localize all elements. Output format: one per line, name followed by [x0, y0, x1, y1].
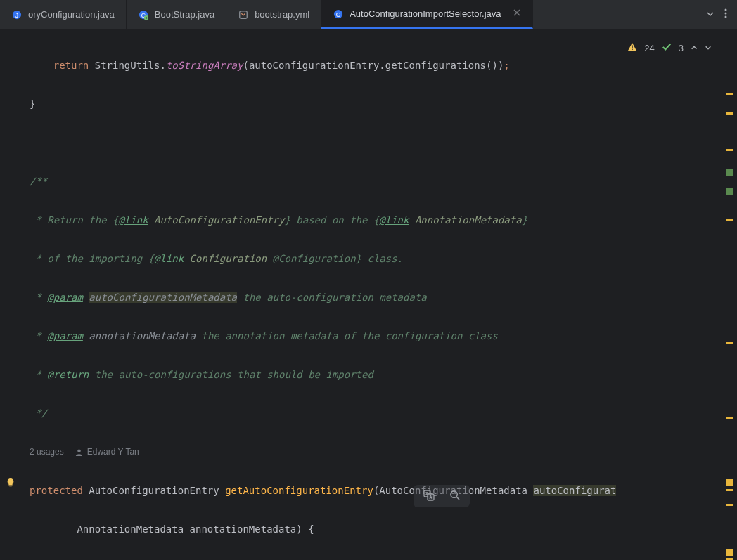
- next-problem-icon[interactable]: [705, 43, 712, 53]
- check-icon: [662, 42, 672, 54]
- java-class-icon: C: [333, 8, 344, 20]
- warning-marker[interactable]: [726, 342, 733, 344]
- svg-point-11: [77, 449, 81, 452]
- warning-marker[interactable]: [726, 112, 733, 115]
- gutter: [0, 30, 24, 560]
- usage-count[interactable]: 2 usages: [30, 443, 64, 462]
- svg-point-10: [725, 16, 727, 18]
- change-marker[interactable]: [726, 169, 733, 176]
- editor[interactable]: return StringUtils.toStringArray(autoCon…: [0, 30, 737, 560]
- svg-rect-12: [632, 45, 633, 48]
- warning-marker[interactable]: [726, 549, 733, 556]
- more-icon[interactable]: [724, 8, 727, 20]
- svg-point-16: [451, 491, 457, 497]
- keyword-return: return: [53, 60, 89, 71]
- svg-text:J: J: [15, 11, 18, 18]
- svg-point-8: [725, 9, 727, 11]
- tab-label: BootStrap.java: [155, 9, 214, 20]
- warning-marker[interactable]: [726, 417, 733, 419]
- tab-bootstrap-yml[interactable]: bootstrap.yml: [226, 0, 321, 29]
- floating-toolbar[interactable]: [414, 485, 470, 507]
- svg-text:C: C: [336, 11, 340, 18]
- warning-icon: [627, 42, 637, 54]
- divider: [442, 490, 442, 502]
- java-run-icon: C: [138, 9, 149, 20]
- svg-point-9: [725, 13, 727, 15]
- warning-count: 24: [644, 43, 654, 53]
- tab-label: oryConfiguration.java: [28, 9, 115, 20]
- yaml-icon: [238, 9, 249, 20]
- change-marker[interactable]: [726, 188, 733, 195]
- tab-bootstrap-java[interactable]: C BootStrap.java: [127, 0, 226, 29]
- search-icon[interactable]: [449, 490, 460, 502]
- warning-marker[interactable]: [726, 149, 733, 151]
- svg-rect-13: [632, 49, 633, 50]
- warning-marker[interactable]: [726, 93, 733, 95]
- tab-label: bootstrap.yml: [255, 9, 309, 20]
- warning-marker[interactable]: [726, 489, 733, 491]
- tab-actions: [696, 0, 737, 29]
- javadoc: /**: [30, 176, 47, 187]
- editor-tabs: J oryConfiguration.java C BootStrap.java…: [0, 0, 737, 30]
- code-area[interactable]: return StringUtils.toStringArray(autoCon…: [24, 30, 737, 560]
- author-hint[interactable]: Edward Y Tan: [75, 443, 139, 462]
- method-name: getAutoConfigurationEntry: [225, 485, 373, 496]
- chevron-down-icon[interactable]: [706, 9, 714, 20]
- marker-strip[interactable]: [726, 65, 733, 560]
- problems-widget[interactable]: 24 3: [627, 42, 712, 54]
- pass-count: 3: [679, 43, 684, 53]
- warning-marker[interactable]: [726, 479, 733, 486]
- tab-label: AutoConfigurationImportSelector.java: [350, 8, 501, 19]
- usage-hint[interactable]: 2 usagesEdward Y Tan: [24, 443, 737, 462]
- tab-oryconfiguration[interactable]: J oryConfiguration.java: [0, 0, 127, 29]
- warning-marker[interactable]: [726, 504, 733, 506]
- close-icon[interactable]: [513, 8, 521, 19]
- keyword-protected: protected: [30, 485, 83, 496]
- java-icon: J: [11, 9, 23, 20]
- lightbulb-icon[interactable]: [6, 478, 15, 490]
- tab-autoconfigurationimportselector[interactable]: C AutoConfigurationImportSelector.java: [321, 0, 532, 29]
- warning-marker[interactable]: [726, 219, 733, 221]
- prev-problem-icon[interactable]: [691, 43, 698, 53]
- translate-icon[interactable]: [423, 490, 435, 503]
